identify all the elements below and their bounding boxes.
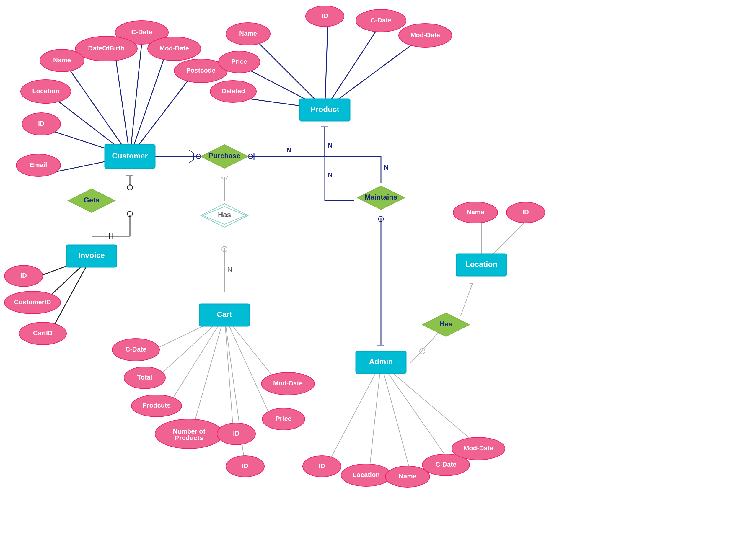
svg-line-58 <box>224 177 228 180</box>
svg-text:N: N <box>328 142 333 149</box>
attr-customer-cdate-label: C-Date <box>131 28 152 36</box>
attr-customer-email-label: Email <box>30 161 47 169</box>
attr-cart-products-label: Prodcuts <box>142 402 170 409</box>
attr-location-name-label: Name <box>467 208 484 216</box>
rel-maintains-label: Maintains <box>365 193 397 201</box>
attr-cart-price-label: Price <box>276 415 291 422</box>
attr-admin-name-label: Name <box>399 472 416 480</box>
entity-customer-label: Customer <box>112 151 148 160</box>
svg-line-73 <box>471 283 473 288</box>
svg-line-28 <box>369 363 381 472</box>
svg-line-11 <box>325 24 328 109</box>
svg-line-29 <box>381 363 410 472</box>
entity-product-label: Product <box>310 105 340 114</box>
attr-admin-moddate-label: Mod-Date <box>464 444 493 452</box>
attr-customer-dob-label: DateOfBirth <box>88 45 124 52</box>
attr-product-price-label: Price <box>231 58 247 65</box>
svg-line-71 <box>461 283 473 316</box>
attr-admin-cdate-label: C-Date <box>436 461 457 468</box>
attr-customer-name-label: Name <box>53 56 71 64</box>
attr-cart-total-label: Total <box>137 374 152 381</box>
rel-purchase-label: Purchase <box>208 152 240 160</box>
entity-invoice-label: Invoice <box>78 251 105 260</box>
attr-invoice-cartid-label: CartID <box>33 329 53 337</box>
attr-customer-id-label: ID <box>38 120 45 127</box>
svg-line-40 <box>189 160 193 163</box>
svg-text:N: N <box>384 164 389 171</box>
svg-line-12 <box>325 28 378 109</box>
attr-product-cdate-label: C-Date <box>371 17 392 24</box>
svg-line-39 <box>189 150 193 153</box>
attr-cart-id2-label: ID <box>242 462 248 470</box>
svg-text:N: N <box>227 266 232 273</box>
attr-product-name-label: Name <box>239 30 257 37</box>
attr-product-deleted-label: Deleted <box>221 87 245 95</box>
er-diagram: N N N N N <box>0 0 756 546</box>
svg-line-57 <box>221 177 224 180</box>
rel-has-loc-label: Has <box>439 320 452 328</box>
entity-location-label: Location <box>465 260 497 269</box>
attr-admin-location-label: Location <box>353 471 380 478</box>
svg-line-22 <box>192 316 224 431</box>
attr-customer-moddate-label: Mod-Date <box>159 45 189 52</box>
svg-text:N: N <box>286 146 291 154</box>
svg-line-6 <box>69 69 130 157</box>
attr-admin-id-label: ID <box>319 462 325 470</box>
entity-admin-label: Admin <box>369 357 393 366</box>
svg-point-70 <box>420 348 425 354</box>
attr-product-moddate-label: Mod-Date <box>410 31 440 39</box>
rel-has-cart-label: Has <box>218 211 231 219</box>
attr-invoice-id-label: ID <box>20 272 27 279</box>
svg-line-27 <box>325 363 381 469</box>
rel-gets-label: Gets <box>84 196 99 204</box>
attr-cart-id-label: ID <box>233 430 239 437</box>
entity-cart-label: Cart <box>217 310 232 319</box>
attr-location-id-label: ID <box>522 208 529 216</box>
attr-customer-location-label: Location <box>32 87 59 95</box>
attr-customer-postcode-label: Postcode <box>186 67 215 74</box>
attr-cart-numproducts-label2: Products <box>175 434 203 441</box>
attr-cart-moddate-label: Mod-Date <box>273 379 303 387</box>
attr-product-id-label: ID <box>322 12 328 19</box>
svg-line-3 <box>115 55 130 157</box>
svg-line-72 <box>469 283 473 284</box>
svg-text:N: N <box>328 171 333 179</box>
svg-line-23 <box>224 316 233 431</box>
attr-cart-cdate-label: C-Date <box>126 345 146 353</box>
attr-invoice-customerid-label: CustomerID <box>14 298 51 306</box>
